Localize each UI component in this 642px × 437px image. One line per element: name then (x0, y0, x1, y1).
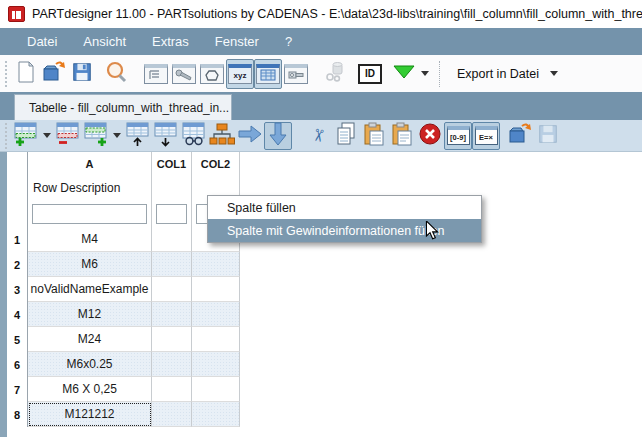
torch-window-icon (284, 64, 308, 84)
cell-a[interactable]: M24 (28, 327, 152, 352)
cell-a[interactable]: M12 (28, 302, 152, 327)
row-number[interactable]: 3 (7, 277, 28, 302)
row-description-row: Row Description (7, 176, 240, 200)
add-column-caret-icon[interactable] (113, 133, 121, 138)
column-header-col2[interactable]: COL2 (192, 152, 240, 176)
arrow-down-button[interactable] (264, 122, 292, 150)
arrow-right-button[interactable] (236, 122, 264, 150)
toolbar-separator (439, 61, 440, 87)
cell-col1[interactable] (152, 277, 192, 302)
paste-icon (362, 121, 386, 150)
row-number[interactable]: 8 (7, 402, 28, 427)
row-number[interactable]: 5 (7, 327, 28, 352)
cell-col2[interactable] (192, 277, 240, 302)
cell-col1[interactable] (152, 227, 192, 252)
main-toolbar: xyz ID Export in Datei (0, 55, 642, 92)
cell-col1[interactable] (152, 252, 192, 277)
cell-col2[interactable] (192, 377, 240, 402)
cell-a[interactable]: noValidNameExample (28, 277, 152, 302)
paste-button[interactable] (360, 122, 388, 150)
cell-a[interactable]: M4 (28, 227, 152, 252)
table-view-button[interactable] (180, 122, 208, 150)
torch-window-button[interactable] (282, 59, 310, 89)
move-up-icon (125, 121, 151, 150)
import-table-button[interactable] (506, 122, 534, 150)
add-column-button[interactable] (82, 122, 110, 150)
paste-special-button[interactable] (388, 122, 416, 150)
toolbar-grip[interactable] (4, 61, 8, 87)
table-toolbar-grip[interactable] (4, 123, 8, 149)
export-button[interactable]: Export in Datei (447, 62, 571, 86)
screw-window-button[interactable] (170, 59, 198, 89)
sketch-window-button[interactable] (198, 59, 226, 89)
formula-toggle-button[interactable]: E=× (472, 122, 500, 150)
menu-item-spalte-fuellen[interactable]: Spalte füllen (208, 196, 481, 219)
app-icon (8, 6, 25, 22)
search-icon (104, 60, 128, 87)
menu-extras[interactable]: Extras (139, 30, 202, 53)
cell-col2[interactable] (192, 352, 240, 377)
assembly-icon (324, 61, 348, 86)
cell-a[interactable]: M6 X 0,25 (28, 377, 152, 402)
green-dropdown-caret-icon[interactable] (421, 71, 429, 76)
variables-window-button[interactable]: xyz (226, 59, 254, 89)
add-row-caret-icon[interactable] (43, 133, 51, 138)
column-header-a[interactable]: A (28, 152, 152, 176)
move-row-down-button[interactable] (152, 122, 180, 150)
cell-col1[interactable] (152, 352, 192, 377)
digits-toggle-button[interactable]: [0-9] (444, 122, 472, 150)
id-button[interactable]: ID (356, 59, 384, 89)
table-row: 2 M6 (7, 252, 240, 277)
cell-col2[interactable] (192, 302, 240, 327)
filter-input-a[interactable] (32, 204, 147, 224)
row-number[interactable]: 7 (7, 377, 28, 402)
mouse-cursor (424, 221, 440, 244)
assembly-button[interactable] (322, 59, 350, 89)
cell-col2[interactable] (192, 402, 240, 427)
selected-cell-a[interactable]: M121212 (28, 402, 152, 427)
green-dropdown-button[interactable] (390, 59, 418, 89)
delete-row-icon (55, 121, 81, 150)
row-number[interactable]: 6 (7, 352, 28, 377)
column-header-col1[interactable]: COL1 (152, 152, 192, 176)
cell-col2[interactable] (192, 252, 240, 277)
add-row-button[interactable] (12, 122, 40, 150)
cell-a[interactable]: M6x0.25 (28, 352, 152, 377)
search-button[interactable] (102, 59, 130, 89)
open-file-button[interactable] (40, 59, 68, 89)
cell-col1[interactable] (152, 327, 192, 352)
move-row-up-button[interactable] (124, 122, 152, 150)
row-number[interactable]: 4 (7, 302, 28, 327)
copy-button[interactable] (332, 122, 360, 150)
new-document-icon (16, 60, 36, 87)
menu-fenster[interactable]: Fenster (202, 30, 272, 53)
cell-a[interactable]: M6 (28, 252, 152, 277)
cell-col2[interactable] (192, 327, 240, 352)
tab-label: Tabelle - fill_column_with_thread_in... (29, 101, 229, 115)
save-button[interactable] (68, 59, 96, 89)
cell-col1[interactable] (152, 377, 192, 402)
table-row: 5 M24 (7, 327, 240, 352)
menu-ansicht[interactable]: Ansicht (70, 30, 139, 53)
menu-item-spalte-mit-gewindeinformationen-fuellen[interactable]: Spalte mit Gewindeinformationen füllen (208, 219, 481, 242)
delete-row-button[interactable] (54, 122, 82, 150)
sketch-window-icon (200, 64, 224, 84)
new-document-button[interactable] (12, 59, 40, 89)
cell-col1[interactable] (152, 402, 192, 427)
tree-window-button[interactable] (142, 59, 170, 89)
cell-col1[interactable] (152, 302, 192, 327)
tab-tabelle[interactable]: Tabelle - fill_column_with_thread_in... (14, 94, 232, 120)
row-number[interactable]: 1 (7, 227, 28, 252)
delete-button[interactable] (416, 122, 444, 150)
xyz-label: xyz (234, 71, 247, 80)
row-description-label: Row Description (28, 176, 152, 200)
menu-help[interactable]: ? (272, 30, 305, 53)
gutter-cell (7, 176, 28, 200)
row-number[interactable]: 2 (7, 252, 28, 277)
save-table-button[interactable] (534, 122, 562, 150)
menu-datei[interactable]: Datei (14, 30, 70, 53)
cut-button[interactable]: ✂ (304, 122, 332, 150)
filter-input-col1[interactable] (156, 204, 187, 224)
table-window-button[interactable] (254, 59, 282, 89)
hierarchy-button[interactable] (208, 122, 236, 150)
